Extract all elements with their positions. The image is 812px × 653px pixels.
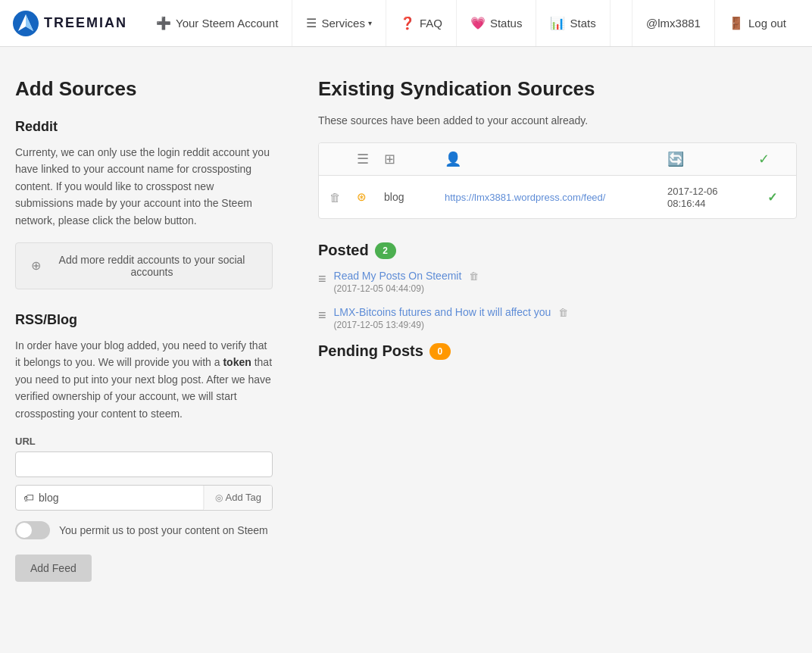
- post-date-1: (2017-12-05 04:44:09): [334, 283, 797, 294]
- row-feed-cell: ⊛: [357, 190, 384, 204]
- stats-icon: 📊: [550, 16, 565, 30]
- tag-icon: 🏷: [23, 492, 34, 504]
- tag-field[interactable]: 🏷 blog: [16, 486, 204, 510]
- add-tag-label: Add Tag: [226, 492, 261, 503]
- nav-item-user[interactable]: @lmx3881: [632, 0, 714, 46]
- row-type-cell: blog: [384, 191, 445, 203]
- row-active-cell: ✓: [758, 190, 785, 205]
- rss-feed-icon: ⊛: [357, 190, 367, 203]
- reddit-title: Reddit: [15, 119, 273, 135]
- left-column: Add Sources Reddit Currenty, we can only…: [15, 77, 273, 582]
- nav-item-status[interactable]: 💗 Status: [457, 0, 537, 46]
- th-type: ⊞: [384, 151, 445, 167]
- pending-section: Pending Posts 0: [318, 342, 797, 360]
- post-title-link-1[interactable]: Read My Posts On Steemit: [334, 270, 462, 282]
- rss-title: RSS/Blog: [15, 312, 273, 328]
- rss-description: In order have your blog added, you need …: [15, 337, 273, 422]
- row-date-value: 2017-12-06 08:16:44: [667, 186, 718, 209]
- table-header: ☰ ⊞ 👤 🔄 ✓: [319, 143, 796, 176]
- add-tag-icon: ◎: [215, 492, 223, 503]
- post-title-link-2[interactable]: LMX-Bitcoins futures and How it will aff…: [334, 306, 551, 318]
- post-content-2: LMX-Bitcoins futures and How it will aff…: [334, 306, 797, 330]
- post-title-row-1: Read My Posts On Steemit 🗑: [334, 270, 797, 282]
- row-url-link[interactable]: https://lmx3881.wordpress.com/feed/: [445, 192, 605, 203]
- toggle-label: You permit us to post your content on St…: [59, 524, 268, 536]
- post-delete-icon-1[interactable]: 🗑: [469, 270, 479, 282]
- posted-section: Posted 2 ≡ Read My Posts On Steemit 🗑 (2…: [318, 242, 797, 330]
- rss-desc-token: token: [223, 356, 251, 368]
- add-reddit-button[interactable]: ⊕ Add more reddit accounts to your socia…: [15, 242, 273, 289]
- reddit-button-label: Add more reddit accounts to your social …: [47, 254, 257, 278]
- tag-row: 🏷 blog ◎ Add Tag: [15, 485, 273, 511]
- nav-item-steem-label: Your Steem Account: [176, 17, 278, 30]
- nav-user-label: @lmx3881: [646, 17, 701, 30]
- th-feed: ☰: [357, 151, 384, 167]
- steem-account-icon: ➕: [156, 16, 171, 30]
- row-date-cell: 2017-12-06 08:16:44: [667, 185, 758, 209]
- nav-item-stats[interactable]: 📊 Stats: [536, 0, 610, 46]
- logout-icon: 🚪: [729, 16, 744, 30]
- th-url: 👤: [445, 151, 667, 167]
- add-tag-button[interactable]: ◎ Add Tag: [204, 486, 272, 509]
- post-item-1: ≡ Read My Posts On Steemit 🗑 (2017-12-05…: [318, 270, 797, 294]
- existing-sources-subtitle: These sources have been added to your ac…: [318, 113, 797, 129]
- url-input[interactable]: [15, 451, 273, 477]
- main-content: Add Sources Reddit Currenty, we can only…: [0, 77, 812, 582]
- url-label: URL: [15, 436, 273, 447]
- row-delete-cell: 🗑: [329, 191, 357, 204]
- post-content-1: Read My Posts On Steemit 🗑 (2017-12-05 0…: [334, 270, 797, 294]
- active-check-icon: ✓: [767, 191, 777, 204]
- right-column: Existing Syndication Sources These sourc…: [318, 77, 797, 582]
- faq-icon: ❓: [400, 16, 415, 30]
- post-delete-icon-2[interactable]: 🗑: [558, 307, 568, 318]
- table-row: 🗑 ⊛ blog https://lmx3881.wordpress.com/f…: [319, 176, 796, 218]
- permit-toggle[interactable]: [15, 521, 50, 539]
- pending-badge: 0: [429, 343, 451, 360]
- toggle-row: You permit us to post your content on St…: [15, 521, 273, 539]
- post-item-2: ≡ LMX-Bitcoins futures and How it will a…: [318, 306, 797, 330]
- post-title-row-2: LMX-Bitcoins futures and How it will aff…: [334, 306, 797, 318]
- nav-item-status-label: Status: [490, 17, 523, 30]
- nav-item-faq[interactable]: ❓ FAQ: [386, 0, 457, 46]
- delete-row-icon[interactable]: 🗑: [329, 191, 341, 204]
- logo-text: TREEMIAN: [44, 15, 127, 31]
- posted-label: Posted 2: [318, 242, 797, 259]
- add-feed-label: Add Feed: [30, 562, 77, 574]
- pending-label: Pending Posts 0: [318, 342, 797, 360]
- nav-item-steem-account[interactable]: ➕ Your Steem Account: [142, 0, 292, 46]
- navbar: TREEMIAN ➕ Your Steem Account ☰ Services…: [0, 0, 812, 47]
- pending-title: Pending Posts: [318, 342, 423, 360]
- services-icon: ☰: [306, 16, 317, 30]
- nav-right: @lmx3881 🚪 Log out: [632, 0, 800, 46]
- row-type-value: blog: [384, 191, 404, 203]
- add-sources-title: Add Sources: [15, 77, 273, 101]
- posted-title: Posted: [318, 242, 369, 259]
- nav-logout-label: Log out: [748, 17, 786, 30]
- posted-badge: 2: [375, 242, 396, 259]
- syndication-table: ☰ ⊞ 👤 🔄 ✓ 🗑 ⊛: [318, 142, 797, 219]
- logo-link[interactable]: TREEMIAN: [12, 10, 127, 37]
- row-url-cell: https://lmx3881.wordpress.com/feed/: [445, 191, 667, 203]
- tag-value: blog: [39, 492, 58, 504]
- nav-item-logout[interactable]: 🚪 Log out: [714, 0, 800, 46]
- post-menu-icon-1: ≡: [318, 271, 326, 287]
- chevron-down-icon: ▾: [368, 19, 372, 27]
- status-icon: 💗: [470, 16, 486, 30]
- reddit-section: Reddit Currenty, we can only use the log…: [15, 119, 273, 289]
- th-date: 🔄: [667, 151, 758, 167]
- post-menu-icon-2: ≡: [318, 308, 326, 323]
- nav-item-services-label: Services: [321, 17, 365, 30]
- add-feed-button[interactable]: Add Feed: [15, 555, 92, 582]
- reddit-description: Currenty, we can only use the login redd…: [15, 144, 273, 229]
- post-date-2: (2017-12-05 13:49:49): [334, 320, 797, 330]
- existing-sources-title: Existing Syndication Sources: [318, 77, 797, 101]
- nav-item-faq-label: FAQ: [420, 17, 442, 30]
- rss-section: RSS/Blog In order have your blog added, …: [15, 312, 273, 582]
- th-active: ✓: [758, 151, 785, 167]
- nav-item-services[interactable]: ☰ Services ▾: [292, 0, 386, 46]
- nav-items: ➕ Your Steem Account ☰ Services ▾ ❓ FAQ …: [142, 0, 611, 46]
- reddit-button-icon: ⊕: [31, 258, 41, 273]
- nav-item-stats-label: Stats: [570, 17, 595, 30]
- logo-icon: [12, 10, 39, 37]
